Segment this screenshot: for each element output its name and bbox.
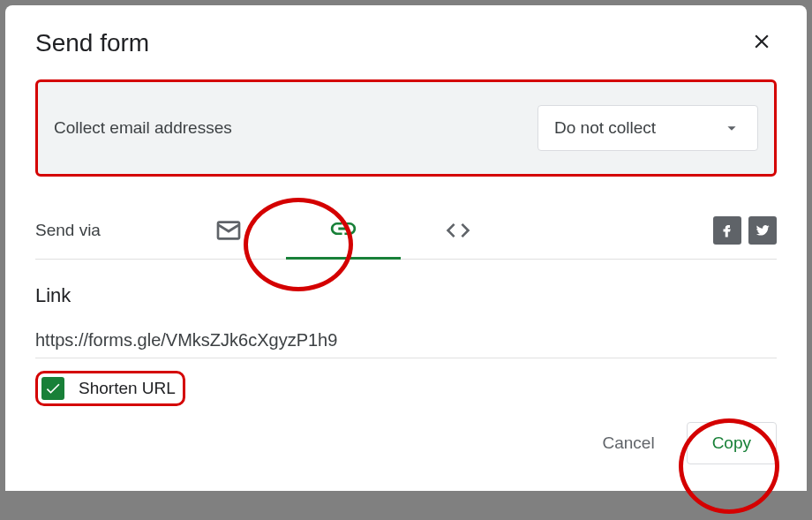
twitter-share[interactable] [748, 216, 777, 245]
social-share [713, 216, 777, 245]
email-icon [214, 216, 243, 245]
shorten-label: Shorten URL [79, 379, 176, 398]
tab-link[interactable] [286, 201, 401, 260]
facebook-icon [719, 222, 735, 238]
dialog-title: Send form [35, 29, 149, 57]
collect-email-row: Collect email addresses Do not collect [35, 79, 777, 177]
close-icon [750, 30, 773, 53]
link-section: Link https://forms.gle/VMksZJk6cXgyzP1h9… [35, 260, 777, 464]
facebook-share[interactable] [713, 216, 741, 245]
close-button[interactable] [747, 26, 777, 60]
link-url-field[interactable]: https://forms.gle/VMksZJk6cXgyzP1h9 [35, 330, 777, 358]
collect-email-select[interactable]: Do not collect [538, 105, 758, 151]
dialog-header: Send form [35, 26, 777, 60]
collect-email-value: Do not collect [554, 118, 656, 138]
collect-email-label: Collect email addresses [54, 118, 232, 138]
tab-embed[interactable] [401, 201, 515, 260]
send-via-row: Send via [35, 201, 777, 260]
cancel-button[interactable]: Cancel [577, 423, 679, 463]
shorten-url-toggle[interactable]: Shorten URL [35, 371, 185, 406]
link-icon [328, 214, 358, 244]
send-via-label: Send via [35, 221, 101, 240]
tab-email[interactable] [171, 201, 286, 260]
dialog-actions: Cancel Copy [35, 422, 777, 464]
send-form-dialog: Send form Collect email addresses Do not… [5, 5, 807, 491]
twitter-icon [755, 222, 771, 238]
embed-icon [444, 216, 472, 245]
link-heading: Link [35, 284, 777, 307]
chevron-down-icon [722, 118, 741, 138]
shorten-checkbox[interactable] [41, 377, 64, 400]
copy-button[interactable]: Copy [687, 422, 777, 464]
check-icon [44, 380, 62, 397]
